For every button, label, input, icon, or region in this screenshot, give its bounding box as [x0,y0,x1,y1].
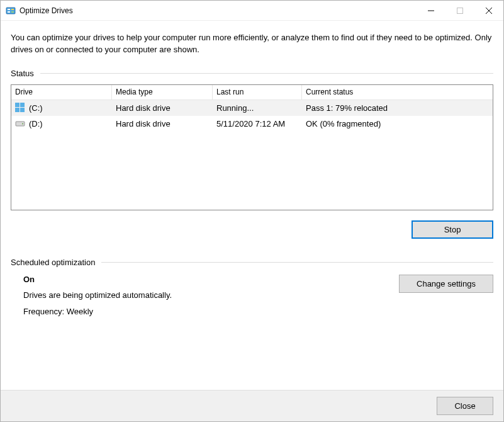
media-type-cell: Hard disk drive [112,100,213,116]
app-icon [6,6,16,16]
schedule-block: On Drives are being optimized automatica… [11,273,493,318]
svg-rect-1 [8,9,10,10]
current-status-cell: OK (0% fragmented) [302,116,493,132]
close-button[interactable]: Close [437,397,493,415]
table-row[interactable]: (D:) Hard disk drive 5/11/2020 7:12 AM O… [11,116,493,132]
schedule-frequency-text: Frequency: Weekly [23,307,374,317]
svg-point-14 [22,123,23,125]
table-body: (C:) Hard disk drive Running... Pass 1: … [11,100,493,210]
table-header: Drive Media type Last run Current status [11,85,493,100]
last-run-cell: 5/11/2020 7:12 AM [213,116,302,132]
media-type-cell: Hard disk drive [112,116,213,132]
svg-rect-3 [11,9,14,10]
column-current-status[interactable]: Current status [302,85,493,100]
change-settings-button[interactable]: Change settings [399,275,493,293]
description-text: You can optimize your drives to help you… [11,32,493,56]
schedule-group-label: Scheduled optimization [11,258,493,267]
footer: Close [1,390,503,421]
content-area: You can optimize your drives to help you… [1,21,503,390]
titlebar: Optimize Drives [1,1,503,21]
status-button-row: Stop [11,220,493,239]
svg-rect-0 [6,8,15,14]
close-window-button[interactable] [474,1,503,21]
current-status-cell: Pass 1: 79% relocated [302,100,493,116]
last-run-cell: Running... [213,100,302,116]
drive-icon [15,118,25,128]
drive-name: (C:) [29,103,43,113]
window-title: Optimize Drives [20,6,73,15]
status-group-label: Status [11,69,493,78]
column-media-type[interactable]: Media type [112,85,213,100]
column-drive[interactable]: Drive [11,85,112,100]
svg-rect-12 [20,108,25,112]
svg-rect-9 [15,103,20,107]
schedule-auto-text: Drives are being optimized automatically… [23,290,374,301]
svg-rect-11 [15,108,20,112]
schedule-label: Scheduled optimization [11,258,95,267]
stop-button[interactable]: Stop [412,220,493,239]
drives-table: Drive Media type Last run Current status [11,84,493,210]
schedule-on-label: On [23,275,374,285]
divider [40,73,493,74]
drive-name: (D:) [29,119,43,128]
status-label: Status [11,69,34,78]
divider [101,262,493,263]
maximize-button [445,1,474,21]
column-last-run[interactable]: Last run [213,85,302,100]
minimize-button[interactable] [417,1,445,21]
table-row[interactable]: (C:) Hard disk drive Running... Pass 1: … [11,100,493,116]
svg-rect-2 [8,11,10,13]
svg-rect-6 [457,8,463,13]
system-drive-icon [15,103,25,113]
svg-rect-10 [20,103,25,107]
svg-rect-4 [11,11,14,13]
